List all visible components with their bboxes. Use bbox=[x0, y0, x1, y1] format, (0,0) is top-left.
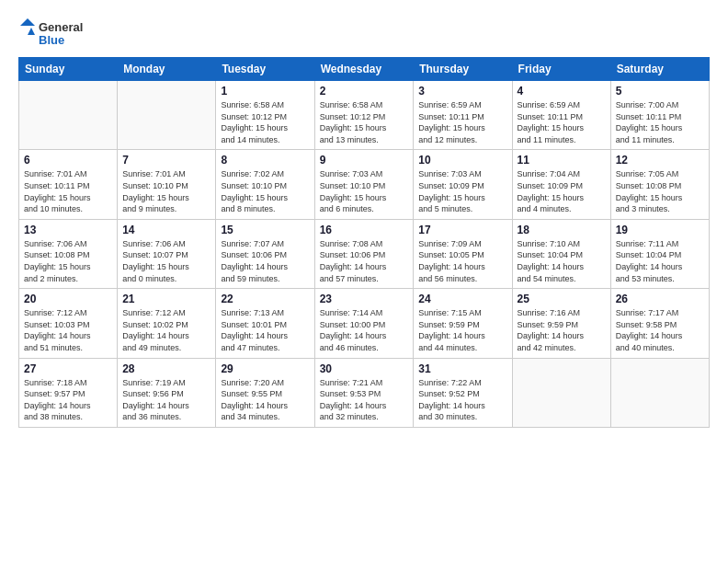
day-info: Sunrise: 7:03 AM Sunset: 10:10 PM Daylig… bbox=[320, 168, 409, 214]
weekday-header-wednesday: Wednesday bbox=[314, 58, 414, 81]
svg-marker-3 bbox=[28, 28, 35, 35]
day-info: Sunrise: 7:03 AM Sunset: 10:09 PM Daylig… bbox=[418, 168, 506, 214]
day-number: 27 bbox=[24, 362, 112, 375]
day-number: 30 bbox=[320, 362, 409, 375]
day-number: 6 bbox=[24, 154, 112, 167]
day-number: 19 bbox=[616, 224, 704, 236]
day-number: 29 bbox=[221, 362, 309, 375]
calendar-week-1: 6Sunrise: 7:01 AM Sunset: 10:11 PM Dayli… bbox=[19, 150, 710, 219]
calendar-cell: 24Sunrise: 7:15 AM Sunset: 9:59 PM Dayli… bbox=[414, 289, 512, 358]
calendar-cell: 31Sunrise: 7:22 AM Sunset: 9:52 PM Dayli… bbox=[414, 358, 512, 427]
calendar: SundayMondayTuesdayWednesdayThursdayFrid… bbox=[18, 57, 710, 428]
calendar-cell: 15Sunrise: 7:07 AM Sunset: 10:06 PM Dayl… bbox=[216, 219, 314, 288]
day-info: Sunrise: 7:11 AM Sunset: 10:04 PM Daylig… bbox=[616, 238, 704, 284]
day-info: Sunrise: 7:06 AM Sunset: 10:08 PM Daylig… bbox=[24, 238, 112, 284]
logo-svg: General Blue bbox=[18, 17, 110, 50]
day-info: Sunrise: 7:08 AM Sunset: 10:06 PM Daylig… bbox=[320, 238, 409, 284]
day-info: Sunrise: 7:12 AM Sunset: 10:02 PM Daylig… bbox=[122, 307, 210, 353]
calendar-cell: 16Sunrise: 7:08 AM Sunset: 10:06 PM Dayl… bbox=[314, 219, 414, 288]
calendar-cell: 26Sunrise: 7:17 AM Sunset: 9:58 PM Dayli… bbox=[610, 289, 709, 358]
weekday-header-friday: Friday bbox=[512, 58, 610, 81]
calendar-cell: 11Sunrise: 7:04 AM Sunset: 10:09 PM Dayl… bbox=[512, 150, 610, 219]
day-number: 13 bbox=[24, 224, 112, 236]
weekday-header-sunday: Sunday bbox=[19, 58, 118, 81]
day-number: 1 bbox=[221, 85, 309, 98]
calendar-cell: 2Sunrise: 6:58 AM Sunset: 10:12 PM Dayli… bbox=[314, 81, 414, 150]
day-info: Sunrise: 6:59 AM Sunset: 10:11 PM Daylig… bbox=[418, 99, 506, 145]
weekday-header-saturday: Saturday bbox=[610, 58, 709, 81]
day-number: 14 bbox=[122, 224, 210, 236]
day-number: 21 bbox=[122, 293, 210, 305]
day-info: Sunrise: 7:00 AM Sunset: 10:11 PM Daylig… bbox=[616, 99, 704, 145]
day-info: Sunrise: 7:10 AM Sunset: 10:04 PM Daylig… bbox=[518, 238, 606, 284]
day-info: Sunrise: 6:59 AM Sunset: 10:11 PM Daylig… bbox=[518, 99, 606, 145]
calendar-cell: 4Sunrise: 6:59 AM Sunset: 10:11 PM Dayli… bbox=[512, 81, 610, 150]
day-info: Sunrise: 7:14 AM Sunset: 10:00 PM Daylig… bbox=[320, 307, 409, 353]
day-number: 24 bbox=[418, 293, 506, 305]
day-info: Sunrise: 7:01 AM Sunset: 10:11 PM Daylig… bbox=[24, 168, 112, 214]
day-info: Sunrise: 7:21 AM Sunset: 9:53 PM Dayligh… bbox=[320, 377, 409, 423]
calendar-cell: 7Sunrise: 7:01 AM Sunset: 10:10 PM Dayli… bbox=[118, 150, 216, 219]
calendar-cell: 18Sunrise: 7:10 AM Sunset: 10:04 PM Dayl… bbox=[512, 219, 610, 288]
calendar-cell bbox=[610, 358, 709, 427]
day-number: 31 bbox=[418, 362, 506, 375]
calendar-cell: 1Sunrise: 6:58 AM Sunset: 10:12 PM Dayli… bbox=[216, 81, 314, 150]
calendar-cell: 8Sunrise: 7:02 AM Sunset: 10:10 PM Dayli… bbox=[216, 150, 314, 219]
day-info: Sunrise: 7:20 AM Sunset: 9:55 PM Dayligh… bbox=[221, 377, 309, 423]
calendar-cell: 25Sunrise: 7:16 AM Sunset: 9:59 PM Dayli… bbox=[512, 289, 610, 358]
day-number: 15 bbox=[221, 224, 309, 236]
svg-text:Blue: Blue bbox=[39, 33, 64, 47]
calendar-cell bbox=[512, 358, 610, 427]
day-info: Sunrise: 7:16 AM Sunset: 9:59 PM Dayligh… bbox=[518, 307, 606, 353]
day-number: 2 bbox=[320, 85, 409, 98]
day-number: 9 bbox=[320, 154, 409, 167]
day-number: 3 bbox=[418, 85, 506, 98]
calendar-cell bbox=[118, 81, 216, 150]
weekday-header-monday: Monday bbox=[118, 58, 216, 81]
calendar-cell: 14Sunrise: 7:06 AM Sunset: 10:07 PM Dayl… bbox=[118, 219, 216, 288]
day-info: Sunrise: 7:02 AM Sunset: 10:10 PM Daylig… bbox=[221, 168, 309, 214]
calendar-cell: 30Sunrise: 7:21 AM Sunset: 9:53 PM Dayli… bbox=[314, 358, 414, 427]
calendar-cell: 3Sunrise: 6:59 AM Sunset: 10:11 PM Dayli… bbox=[414, 81, 512, 150]
calendar-cell: 19Sunrise: 7:11 AM Sunset: 10:04 PM Dayl… bbox=[610, 219, 709, 288]
day-info: Sunrise: 7:05 AM Sunset: 10:08 PM Daylig… bbox=[616, 168, 704, 214]
calendar-week-0: 1Sunrise: 6:58 AM Sunset: 10:12 PM Dayli… bbox=[19, 81, 710, 150]
page: General Blue SundayMondayTuesdayWednesda… bbox=[0, 0, 728, 563]
calendar-week-2: 13Sunrise: 7:06 AM Sunset: 10:08 PM Dayl… bbox=[19, 219, 710, 288]
calendar-cell bbox=[19, 81, 118, 150]
day-number: 20 bbox=[24, 293, 112, 305]
calendar-cell: 17Sunrise: 7:09 AM Sunset: 10:05 PM Dayl… bbox=[414, 219, 512, 288]
calendar-cell: 20Sunrise: 7:12 AM Sunset: 10:03 PM Dayl… bbox=[19, 289, 118, 358]
day-number: 16 bbox=[320, 224, 409, 236]
day-info: Sunrise: 7:15 AM Sunset: 9:59 PM Dayligh… bbox=[418, 307, 506, 353]
day-number: 11 bbox=[518, 154, 606, 167]
logo: General Blue bbox=[18, 17, 110, 50]
day-info: Sunrise: 7:04 AM Sunset: 10:09 PM Daylig… bbox=[518, 168, 606, 214]
day-info: Sunrise: 7:19 AM Sunset: 9:56 PM Dayligh… bbox=[122, 377, 210, 423]
calendar-cell: 13Sunrise: 7:06 AM Sunset: 10:08 PM Dayl… bbox=[19, 219, 118, 288]
calendar-week-4: 27Sunrise: 7:18 AM Sunset: 9:57 PM Dayli… bbox=[19, 358, 710, 427]
day-number: 5 bbox=[616, 85, 704, 98]
svg-marker-2 bbox=[20, 18, 35, 26]
day-number: 23 bbox=[320, 293, 409, 305]
calendar-cell: 28Sunrise: 7:19 AM Sunset: 9:56 PM Dayli… bbox=[118, 358, 216, 427]
calendar-cell: 21Sunrise: 7:12 AM Sunset: 10:02 PM Dayl… bbox=[118, 289, 216, 358]
header: General Blue bbox=[18, 17, 710, 50]
day-info: Sunrise: 7:01 AM Sunset: 10:10 PM Daylig… bbox=[122, 168, 210, 214]
day-info: Sunrise: 7:09 AM Sunset: 10:05 PM Daylig… bbox=[418, 238, 506, 284]
day-number: 8 bbox=[221, 154, 309, 167]
day-number: 18 bbox=[518, 224, 606, 236]
day-number: 22 bbox=[221, 293, 309, 305]
weekday-header-thursday: Thursday bbox=[414, 58, 512, 81]
day-info: Sunrise: 7:17 AM Sunset: 9:58 PM Dayligh… bbox=[616, 307, 704, 353]
calendar-cell: 10Sunrise: 7:03 AM Sunset: 10:09 PM Dayl… bbox=[414, 150, 512, 219]
calendar-cell: 5Sunrise: 7:00 AM Sunset: 10:11 PM Dayli… bbox=[610, 81, 709, 150]
day-info: Sunrise: 7:12 AM Sunset: 10:03 PM Daylig… bbox=[24, 307, 112, 353]
day-info: Sunrise: 7:13 AM Sunset: 10:01 PM Daylig… bbox=[221, 307, 309, 353]
day-info: Sunrise: 7:07 AM Sunset: 10:06 PM Daylig… bbox=[221, 238, 309, 284]
day-info: Sunrise: 6:58 AM Sunset: 10:12 PM Daylig… bbox=[320, 99, 409, 145]
day-info: Sunrise: 7:18 AM Sunset: 9:57 PM Dayligh… bbox=[24, 377, 112, 423]
weekday-header-tuesday: Tuesday bbox=[216, 58, 314, 81]
day-number: 4 bbox=[518, 85, 606, 98]
day-number: 17 bbox=[418, 224, 506, 236]
